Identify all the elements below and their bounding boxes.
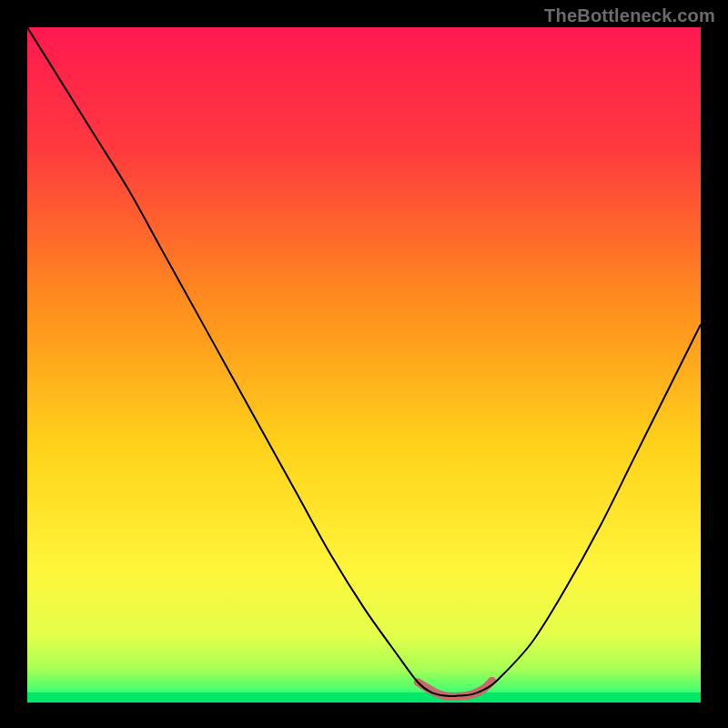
bottleneck-chart bbox=[0, 0, 728, 728]
gradient-background bbox=[27, 27, 701, 703]
green-baseline bbox=[27, 693, 701, 703]
chart-root: TheBottleneck.com bbox=[0, 0, 728, 728]
watermark-text: TheBottleneck.com bbox=[544, 5, 715, 26]
